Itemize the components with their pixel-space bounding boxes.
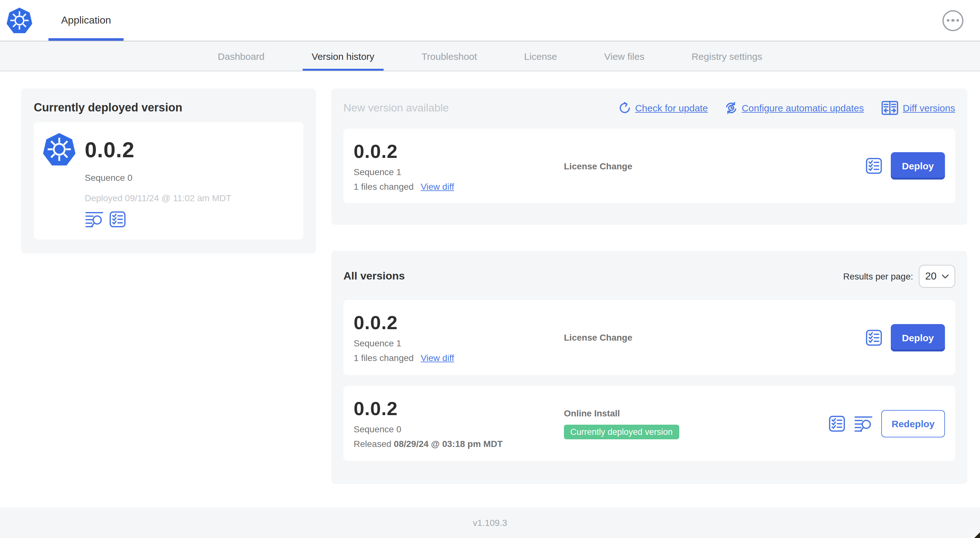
currently-deployed-badge: Currently deployed version xyxy=(564,424,679,439)
tab-version-history[interactable]: Version history xyxy=(312,41,374,71)
currently-deployed-title: Currently deployed version xyxy=(34,101,303,114)
app-tab-label: Application xyxy=(61,15,111,26)
console-version: v1.109.3 xyxy=(473,517,507,528)
app-tab-application[interactable]: Application xyxy=(48,0,124,41)
new-version-title: New version available xyxy=(344,102,449,114)
results-per-page-label: Results per page: xyxy=(843,271,913,281)
kubernetes-app-icon xyxy=(43,132,76,167)
preflight-checklist-icon[interactable] xyxy=(865,157,883,175)
logs-icon[interactable] xyxy=(85,211,104,228)
top-bar: Application xyxy=(0,0,980,41)
deployed-version-number: 0.0.2 xyxy=(85,137,134,162)
tab-dashboard[interactable]: Dashboard xyxy=(218,41,265,71)
version-source: License Change xyxy=(564,161,865,171)
preflight-checklist-icon[interactable] xyxy=(109,211,126,228)
tab-license[interactable]: License xyxy=(524,41,557,71)
preflight-checklist-icon[interactable] xyxy=(865,329,883,346)
tab-troubleshoot[interactable]: Troubleshoot xyxy=(422,41,477,71)
new-version-panel: New version available Check for update xyxy=(331,89,967,225)
main-content: Currently deployed version xyxy=(0,71,980,484)
ellipsis-menu-icon[interactable] xyxy=(942,10,963,31)
deploy-button[interactable]: Deploy xyxy=(891,152,945,179)
new-version-card: 0.0.2 Sequence 1 1 files changed View di… xyxy=(344,129,955,203)
all-versions-panel: All versions Results per page: 20 xyxy=(331,251,967,484)
version-source: Online Install xyxy=(564,408,828,418)
version-number: 0.0.2 xyxy=(354,312,564,333)
deployed-sequence: Sequence 0 xyxy=(85,173,294,183)
version-number: 0.0.2 xyxy=(354,140,564,162)
version-row: 0.0.2 Sequence 0 Released 08/29/24 @ 03:… xyxy=(344,386,955,461)
preflight-checklist-icon[interactable] xyxy=(828,415,846,432)
refresh-icon xyxy=(618,102,630,114)
scheduled-update-icon xyxy=(725,102,737,114)
diff-versions-link[interactable]: Diff versions xyxy=(881,101,955,115)
tab-registry-settings[interactable]: Registry settings xyxy=(692,41,762,71)
page: Application Dashboard Version history Tr… xyxy=(0,0,980,538)
currently-deployed-card: 0.0.2 Sequence 0 Deployed 09/11/24 @ 11:… xyxy=(34,122,303,240)
version-source: License Change xyxy=(564,332,865,343)
configure-automatic-updates-link[interactable]: Configure automatic updates xyxy=(725,102,864,114)
check-for-update-link[interactable]: Check for update xyxy=(618,102,708,114)
right-column: New version available Check for update xyxy=(331,89,967,484)
released-timestamp: Released 08/29/24 @ 03:18 pm MDT xyxy=(354,439,564,449)
files-changed: 1 files changed xyxy=(354,181,414,191)
all-versions-title: All versions xyxy=(344,270,405,283)
kubernetes-logo-icon xyxy=(6,0,32,41)
files-changed: 1 files changed xyxy=(354,353,414,363)
deployed-timestamp: Deployed 09/11/24 @ 11:02 am MDT xyxy=(85,193,294,203)
app-nav: Dashboard Version history Troubleshoot L… xyxy=(0,41,980,71)
results-per-page-select[interactable]: 20 xyxy=(919,265,955,288)
version-sequence: Sequence 1 xyxy=(354,338,564,348)
version-sequence: Sequence 1 xyxy=(354,167,564,177)
version-number: 0.0.2 xyxy=(354,398,564,420)
redeploy-button[interactable]: Redeploy xyxy=(881,410,945,437)
version-sequence: Sequence 0 xyxy=(354,424,564,434)
logs-icon[interactable] xyxy=(854,415,873,432)
version-row: 0.0.2 Sequence 1 1 files changed View di… xyxy=(344,300,955,375)
diff-icon xyxy=(881,101,898,115)
deploy-button[interactable]: Deploy xyxy=(891,324,945,351)
chevron-down-icon xyxy=(942,274,949,279)
currently-deployed-panel: Currently deployed version xyxy=(21,89,316,253)
view-diff-link[interactable]: View diff xyxy=(420,353,454,363)
view-diff-link[interactable]: View diff xyxy=(420,181,454,191)
tab-view-files[interactable]: View files xyxy=(605,41,644,71)
footer: v1.109.3 xyxy=(0,508,980,538)
